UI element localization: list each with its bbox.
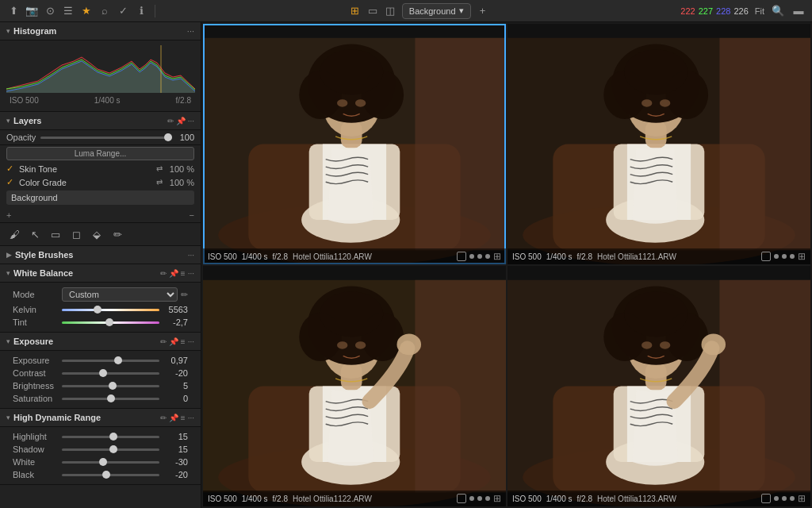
star-icon[interactable]: ★ — [79, 4, 94, 18]
photo-cell-3[interactable]: ISO 500 1/400 s f/2.8 Hotel Ottilia1123.… — [508, 266, 810, 506]
hdr-pin-icon[interactable]: 📌 — [169, 414, 178, 422]
opacity-slider[interactable] — [40, 137, 172, 139]
photo-aperture-2: f/2.8 — [273, 495, 288, 503]
saturation-slider[interactable] — [62, 398, 159, 400]
style-brushes-header[interactable]: ▶ Style Brushes ··· — [0, 246, 201, 264]
hdr-list-icon[interactable]: ≡ — [181, 414, 186, 422]
single-view-icon[interactable]: ▭ — [366, 4, 380, 18]
cursor-tool-icon[interactable]: ↖ — [27, 226, 43, 242]
photo-grid-icon-1[interactable]: ⊞ — [798, 251, 806, 262]
wb-tint-slider[interactable] — [62, 321, 159, 324]
photo-aperture-3: f/2.8 — [577, 495, 592, 503]
layers-edit-icon[interactable]: ✏ — [167, 117, 174, 125]
exposure-header[interactable]: ▾ Exposure ✏ 📌 ≡ ··· — [0, 333, 201, 351]
layers-more-icon[interactable]: ··· — [188, 117, 194, 125]
photo-overlay-0: ISO 500 1/400 s f/2.8 Hotel Ottilia1120.… — [203, 248, 506, 264]
hdr-more-icon[interactable]: ··· — [188, 414, 194, 422]
color-grade-check[interactable]: ✓ — [6, 177, 16, 187]
exposure-params-row-brightness: Brightness5 — [6, 379, 194, 392]
photo-iso-0: ISO 500 — [208, 252, 237, 261]
photo-cell-1[interactable]: ISO 500 1/400 s f/2.8 Hotel Ottilia1121.… — [508, 24, 810, 264]
eraser-tool-icon[interactable]: ◻ — [68, 226, 84, 242]
exposure-pin-icon[interactable]: 📌 — [169, 337, 178, 346]
exposure-content: Exposure0,97Contrast-20Brightness5Satura… — [0, 351, 201, 409]
svg-point-29 — [660, 99, 670, 107]
black-slider[interactable] — [62, 474, 159, 476]
wb-mode-select[interactable]: Custom Auto Daylight Cloudy Shade — [62, 287, 178, 302]
layers-pin-icon[interactable]: 📌 — [176, 117, 186, 125]
histogram-header[interactable]: ▾ Histogram ··· — [0, 22, 201, 40]
photo-image-1 — [508, 24, 810, 264]
layers-add-icon[interactable]: + — [6, 210, 11, 220]
exposure-more-icon[interactable]: ··· — [188, 337, 194, 346]
photo-grid-icon-0[interactable]: ⊞ — [493, 251, 501, 262]
hdr-edit-icon[interactable]: ✏ — [160, 414, 167, 422]
layer-dropdown[interactable]: Background ▾ — [402, 3, 471, 19]
white-balance-section: ▾ White Balance ✏ 📌 ≡ ··· Mode Custom Au… — [0, 264, 201, 333]
import-icon[interactable]: ⬆ — [6, 4, 21, 18]
svg-rect-18 — [719, 38, 810, 250]
skin-tone-check[interactable]: ✓ — [6, 164, 16, 174]
wb-edit-icon[interactable]: ✏ — [160, 269, 167, 278]
white-balance-header[interactable]: ▾ White Balance ✏ 📌 ≡ ··· — [0, 264, 201, 283]
camera-icon[interactable]: 📷 — [25, 4, 39, 18]
svg-point-12 — [320, 49, 383, 94]
fill-tool-icon[interactable]: ⬙ — [89, 226, 105, 242]
photo-checkbox-1[interactable] — [761, 252, 771, 261]
svg-point-14 — [355, 99, 366, 107]
brightness-slider[interactable] — [62, 385, 159, 387]
photo-shutter-0: 1/400 s — [242, 252, 268, 261]
luma-range-button[interactable]: Luma Range... — [6, 147, 194, 160]
photo-checkbox-2[interactable] — [457, 494, 466, 503]
wb-mode-edit-icon[interactable]: ✏ — [181, 290, 188, 300]
background-layer-row[interactable]: Background — [6, 190, 194, 205]
add-layer-icon[interactable]: + — [476, 4, 490, 18]
photo-cell-2[interactable]: ISO 500 1/400 s f/2.8 Hotel Ottilia1122.… — [203, 266, 506, 506]
stack-icon[interactable]: ☰ — [61, 4, 75, 18]
fit-label: Fit — [755, 6, 764, 16]
brush-tool-icon[interactable]: 🖌 — [6, 226, 22, 242]
shadow-slider[interactable] — [62, 448, 159, 451]
photo-cell-0[interactable]: ISO 500 1/400 s f/2.8 Hotel Ottilia1120.… — [203, 24, 506, 264]
layers-toolbar: Opacity 100 — [0, 130, 201, 145]
photo-grid-icon-2[interactable]: ⊞ — [493, 493, 501, 504]
photo-grid-icon-3[interactable]: ⊞ — [798, 493, 806, 504]
wb-list-icon[interactable]: ≡ — [181, 269, 186, 278]
info-icon[interactable]: ℹ — [134, 4, 148, 18]
photo-overlay-2: ISO 500 1/400 s f/2.8 Hotel Ottilia1122.… — [203, 491, 506, 506]
rectangle-tool-icon[interactable]: ▭ — [48, 226, 63, 242]
photo-dot-1-3 — [774, 496, 779, 501]
style-brushes-more-icon[interactable]: ··· — [188, 251, 194, 260]
layers-title: Layers — [13, 116, 164, 125]
wb-pin-icon[interactable]: 📌 — [169, 269, 178, 278]
hdr-header[interactable]: ▾ High Dynamic Range ✏ 📌 ≡ ··· — [0, 409, 201, 427]
black-value: -20 — [163, 470, 188, 479]
grid-view-icon[interactable]: ⊞ — [348, 4, 362, 18]
histogram-more-icon[interactable]: ··· — [187, 26, 194, 36]
layers-header[interactable]: ▾ Layers ✏ 📌 ··· — [0, 112, 201, 130]
photo-checkbox-0[interactable] — [457, 252, 466, 261]
wb-more-icon[interactable]: ··· — [188, 269, 194, 278]
exposure-edit-icon[interactable]: ✏ — [160, 337, 167, 346]
white-slider[interactable] — [62, 461, 159, 464]
zoom-icon[interactable]: 🔍 — [771, 4, 785, 18]
dropper-tool-icon[interactable]: ✏ — [109, 226, 125, 242]
wb-tint-value: -2,7 — [163, 318, 188, 327]
highlight-slider[interactable] — [62, 436, 159, 438]
contrast-slider[interactable] — [62, 372, 159, 375]
search-icon[interactable]: ⌕ — [98, 4, 112, 18]
left-toolbar-icons: ⬆ 📷 ⊙ ☰ ★ ⌕ ✓ ℹ — [6, 4, 148, 18]
histogram-canvas — [6, 45, 195, 93]
check-icon[interactable]: ✓ — [116, 4, 130, 18]
exposure-slider[interactable] — [62, 360, 159, 362]
layers-minus-icon[interactable]: − — [190, 210, 194, 220]
wb-kelvin-slider[interactable] — [62, 309, 159, 311]
histogram-arrow: ▾ — [6, 27, 10, 35]
svg-point-27 — [624, 49, 688, 94]
exposure-list-icon[interactable]: ≡ — [181, 337, 186, 346]
compare-view-icon[interactable]: ◫ — [383, 4, 397, 18]
style-brushes-title: Style Brushes — [15, 250, 185, 260]
photo-checkbox-3[interactable] — [761, 494, 771, 503]
circle-icon[interactable]: ⊙ — [43, 4, 57, 18]
histogram-iso: ISO 500 — [10, 96, 39, 105]
